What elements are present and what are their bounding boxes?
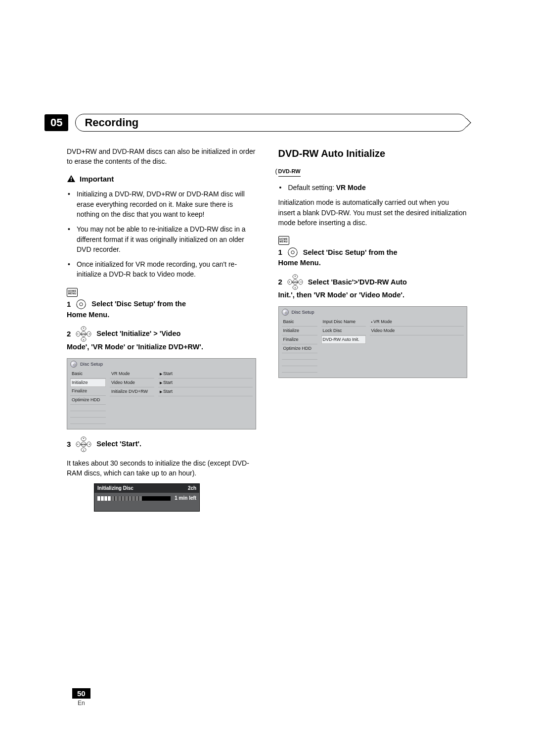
osd-item-selected: Initialize (70, 378, 106, 387)
right-step1-text-b: Home Menu. (278, 258, 468, 268)
step-1-text-b: Home Menu. (67, 310, 256, 320)
default-setting-list: Default setting: VR Mode (278, 183, 468, 192)
enter-button-icon (287, 247, 298, 258)
step-number: 2 (278, 277, 282, 287)
osd-item: Basic (282, 318, 317, 327)
dpad-icon: ENTER (76, 326, 91, 342)
disc-setup-osd-1: Disc Setup Basic Initialize Finalize Opt… (67, 358, 256, 429)
disc-setup-osd-2: Disc Setup Basic Initialize Finalize Opt… (278, 306, 468, 378)
manual-page: 05 Recording DVD+RW and DVD-RAM discs ca… (0, 0, 534, 756)
osd-col-left: Basic Initialize Finalize Optimize HDD (70, 370, 106, 424)
osd-item: Finalize (282, 335, 317, 344)
right-step1-text-a: Select 'Disc Setup' from the (303, 247, 398, 258)
chapter-title-pill: Recording (75, 114, 467, 132)
osd-item: Video Mode (110, 378, 154, 387)
progress-title: Initializing Disc (97, 485, 134, 492)
warning-triangle-icon (67, 175, 76, 183)
step-number: 1 (67, 299, 71, 310)
default-prefix: Default setting: (288, 184, 336, 191)
two-column-layout: DVD+RW and DVD-RAM discs can also be ini… (67, 146, 467, 512)
svg-point-16 (288, 248, 297, 257)
intro-text: DVD+RW and DVD-RAM discs can also be ini… (67, 146, 256, 167)
osd-item: Input Disc Name (321, 318, 366, 327)
home-icon-text2: MENU (279, 240, 288, 243)
step-2-text-a: Select 'Initialize' > 'Video (96, 329, 180, 339)
initializing-progress-osd: Initializing Disc 2ch 1 min left (94, 483, 200, 512)
home-icon-text2: MENU (68, 292, 77, 295)
osd-item: Start (158, 370, 253, 378)
disc-type-row: DVD-RW (278, 166, 468, 177)
svg-text:ENTER: ENTER (292, 282, 298, 284)
right-step-2: 2 ENTER Select 'Basic'>'DVD-RW Auto Init… (278, 274, 468, 300)
chapter-number-badge: 05 (44, 114, 68, 131)
osd-title: Disc Setup (80, 361, 103, 368)
chapter-title: Recording (85, 116, 458, 129)
chapter-header: 05 Recording (44, 114, 467, 132)
osd-item: Initialize (282, 327, 317, 335)
disc-type-label: DVD-RW (278, 167, 301, 177)
step-number: 3 (67, 439, 71, 450)
default-setting-item: Default setting: VR Mode (285, 183, 468, 192)
step-3: 3 ENTER Select 'Start'. (67, 436, 256, 452)
dpad-icon: ENTER (287, 274, 303, 290)
step-1: HOMEMENU 1 Select 'Disc Setup' from the … (67, 284, 256, 320)
disc-icon (70, 361, 77, 368)
step-number: 2 (67, 329, 71, 339)
osd-item: Lock Disc (321, 327, 366, 335)
osd-item: VR Mode (110, 370, 154, 378)
step-number: 1 (278, 247, 282, 258)
right-para: Initialization mode is automatically car… (278, 197, 468, 228)
osd-item: Basic (70, 370, 106, 378)
step-1-text-a: Select 'Disc Setup' from the (91, 299, 186, 309)
osd-col-right: Start Start Start (158, 370, 253, 424)
right-column: DVD-RW Auto Initialize DVD-RW Default se… (278, 146, 468, 512)
progress-bar (97, 496, 171, 501)
important-label: Important (80, 174, 114, 185)
important-item: Once initialized for VR mode recording, … (74, 259, 256, 280)
left-column: DVD+RW and DVD-RAM discs can also be ini… (67, 146, 256, 512)
disc-icon (282, 309, 289, 316)
osd-item: Start (158, 378, 253, 387)
step-3-followup: It takes about 30 seconds to initialize … (67, 458, 256, 478)
page-language: En (72, 700, 90, 707)
svg-rect-0 (71, 178, 72, 180)
osd-col-left: Basic Initialize Finalize Optimize HDD (282, 318, 317, 373)
svg-text:ENTER: ENTER (81, 444, 87, 446)
svg-text:ENTER: ENTER (81, 333, 87, 335)
osd-item: VR Mode (370, 318, 464, 327)
step-2-text-b: Mode', 'VR Mode' or 'Initialize DVD+RW'. (67, 342, 256, 352)
right-step-1: HOMEMENU 1 Select 'Disc Setup' from the … (278, 233, 468, 268)
osd-item: Initialize DVD+RW (110, 387, 154, 396)
osd-item-selected: DVD-RW Auto Init. (321, 335, 366, 344)
dpad-icon: ENTER (76, 436, 91, 452)
osd-item: Finalize (70, 387, 106, 396)
osd-col-mid: Input Disc Name Lock Disc DVD-RW Auto In… (321, 318, 366, 373)
enter-button-icon (76, 299, 87, 310)
osd-item: Optimize HDD (70, 396, 106, 405)
home-menu-icon: HOMEMENU (278, 236, 289, 245)
section-heading: DVD-RW Auto Initialize (278, 146, 468, 161)
home-menu-icon: HOMEMENU (67, 288, 78, 297)
osd-item: Video Mode (370, 327, 464, 335)
default-value: VR Mode (336, 184, 366, 191)
osd-item: Optimize HDD (282, 344, 317, 353)
svg-rect-1 (71, 181, 72, 182)
important-heading: Important (67, 174, 256, 185)
svg-point-3 (80, 303, 83, 306)
step-2: 2 ENTER Select 'Initialize' > 'Video Mod… (67, 326, 256, 352)
svg-point-17 (291, 251, 294, 254)
osd-col-mid: VR Mode Video Mode Initialize DVD+RW (110, 370, 154, 424)
svg-point-2 (77, 300, 86, 309)
right-step2-text-b: Init.', then 'VR Mode' or 'Video Mode'. (278, 290, 468, 300)
step-3-text: Select 'Start'. (96, 439, 141, 449)
osd-item: Start (158, 387, 253, 396)
right-step2-text-a: Select 'Basic'>'DVD-RW Auto (308, 277, 407, 287)
important-item: You may not be able to re-initialize a D… (74, 224, 256, 254)
page-number: 50 (72, 688, 90, 699)
page-footer: 50 En (72, 688, 90, 707)
osd-col-right: VR Mode Video Mode (370, 318, 464, 373)
osd-title: Disc Setup (292, 309, 314, 316)
progress-channel: 2ch (188, 485, 196, 492)
important-list: Initializing a DVD-RW, DVD+RW or DVD-RAM… (67, 189, 256, 279)
important-item: Initializing a DVD-RW, DVD+RW or DVD-RAM… (74, 189, 256, 219)
